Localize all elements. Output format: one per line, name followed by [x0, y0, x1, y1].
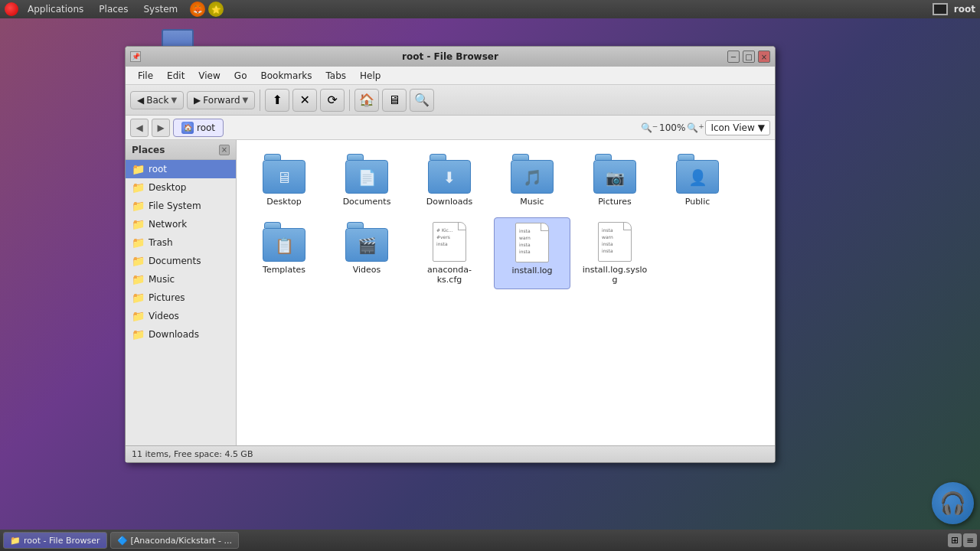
- zoom-out-btn[interactable]: 🔍−: [642, 121, 656, 135]
- sidebar-item-icon-music: 📁: [132, 273, 144, 285]
- title-bar: 📌 root - File Browser − □ ×: [126, 47, 775, 67]
- path-label: root: [197, 122, 215, 133]
- file-label-documents: Documents: [343, 197, 391, 207]
- file-item-documents[interactable]: 📄Documents: [328, 149, 405, 211]
- home-button[interactable]: 🏠: [354, 89, 379, 112]
- file-label-anaconda-ks: anaconda-ks.cfg: [415, 265, 484, 285]
- stop-icon: ✕: [300, 93, 310, 107]
- folder-icon-templates: 📋: [263, 222, 305, 262]
- folder-icon-music: 🎵: [511, 154, 554, 194]
- file-item-downloads[interactable]: ⬇Downloads: [411, 149, 488, 211]
- toolbar-sep-1: [260, 90, 260, 111]
- sidebar-item-label-trash: Trash: [149, 237, 173, 248]
- sidebar-item-icon-pictures: 📁: [132, 292, 144, 304]
- search-button[interactable]: 🔍: [410, 89, 434, 112]
- folder-icon-videos: 🎬: [345, 222, 388, 262]
- menu-bookmarks[interactable]: Bookmarks: [254, 69, 318, 83]
- menu-view[interactable]: View: [192, 69, 226, 83]
- taskbar-view-icons: ⊞ ≡: [948, 533, 977, 547]
- file-item-install-log-syslog[interactable]: instawarninstainstainstall.log.syslog: [577, 217, 653, 289]
- file-item-anaconda-ks[interactable]: # Kic...#versinstaanaconda-ks.cfg: [411, 217, 488, 289]
- file-item-templates[interactable]: 📋Templates: [246, 217, 322, 289]
- loc-forward-btn[interactable]: ▶: [152, 119, 170, 137]
- toolbar: ◀ Back ▼ ▶ Forward ▼ ⬆ ✕ ⟳ 🏠 🖥 🔍: [126, 85, 775, 116]
- back-dropdown-icon[interactable]: ▼: [171, 96, 177, 104]
- taskbar-grid-icon[interactable]: ⊞: [948, 533, 962, 547]
- view-selector[interactable]: Icon View ▼: [705, 120, 770, 135]
- forward-arrow-icon: ▶: [194, 95, 201, 106]
- loc-back-btn[interactable]: ◀: [130, 119, 149, 137]
- menu-tabs[interactable]: Tabs: [320, 69, 353, 83]
- stop-button[interactable]: ✕: [292, 89, 317, 112]
- file-label-install-log-syslog: install.log.syslog: [580, 265, 649, 285]
- status-bar: 11 items, Free space: 4.5 GB: [126, 445, 775, 462]
- firefox-icon[interactable]: 🦊: [190, 2, 205, 17]
- menu-help[interactable]: Help: [354, 69, 387, 83]
- path-button[interactable]: 🏠 root: [173, 119, 224, 137]
- sidebar-item-label-pictures: Pictures: [149, 292, 185, 303]
- reload-icon: ⟳: [328, 93, 338, 107]
- computer-button[interactable]: 🖥: [382, 89, 407, 112]
- sidebar-item-music[interactable]: 📁Music: [126, 270, 236, 289]
- headphone-widget[interactable]: 🎧: [932, 482, 974, 524]
- star-icon[interactable]: ⭐: [208, 2, 224, 17]
- window-pin[interactable]: 📌: [130, 51, 141, 62]
- sidebar-item-desktop[interactable]: 📁Desktop: [126, 178, 236, 197]
- file-label-public: Public: [685, 197, 710, 207]
- reload-button[interactable]: ⟳: [320, 89, 345, 112]
- file-item-videos[interactable]: 🎬Videos: [328, 217, 405, 289]
- sidebar-item-pictures[interactable]: 📁Pictures: [126, 289, 236, 307]
- applications-menu[interactable]: Applications: [21, 2, 90, 16]
- close-button[interactable]: ×: [758, 51, 770, 63]
- sidebar-item-label-root: root: [149, 164, 167, 174]
- minimize-button[interactable]: −: [727, 51, 740, 63]
- sidebar-header-label: Places: [132, 145, 165, 155]
- taskbar-filebrowser-btn[interactable]: 📁 root - File Browser: [3, 532, 107, 549]
- taskbar-anaconda-btn[interactable]: 🔷 [Anaconda/Kickstart - ...: [110, 532, 239, 549]
- taskbar-anaconda-icon: 🔷: [117, 535, 128, 546]
- file-icon-anaconda-ks: # Kic...#versinsta: [428, 222, 471, 262]
- file-item-public[interactable]: 👤Public: [659, 149, 736, 211]
- location-bar: ◀ ▶ 🏠 root 🔍− 100% 🔍+ Icon View ▼: [126, 116, 775, 140]
- file-label-pictures: Pictures: [598, 197, 632, 207]
- sidebar-item-filesystem[interactable]: 📁File System: [126, 197, 236, 215]
- sidebar-item-videos[interactable]: 📁Videos: [126, 307, 236, 325]
- taskbar: 📁 root - File Browser 🔷 [Anaconda/Kickst…: [0, 530, 980, 551]
- taskbar-list-icon[interactable]: ≡: [963, 533, 977, 547]
- sidebar-item-network[interactable]: 📁Network: [126, 215, 236, 233]
- folder-icon-public: 👤: [676, 154, 719, 194]
- sidebar-item-icon-root: 📁: [132, 163, 144, 175]
- menu-file[interactable]: File: [132, 69, 159, 83]
- menu-edit[interactable]: Edit: [161, 69, 191, 83]
- file-item-pictures[interactable]: 📷Pictures: [577, 149, 653, 211]
- places-menu[interactable]: Places: [93, 2, 134, 16]
- file-item-music[interactable]: 🎵Music: [494, 149, 570, 211]
- forward-dropdown-icon[interactable]: ▼: [243, 96, 249, 104]
- zoom-controls: 🔍− 100% 🔍+ Icon View ▼: [642, 120, 770, 135]
- up-button[interactable]: ⬆: [265, 89, 289, 112]
- back-button[interactable]: ◀ Back ▼: [130, 91, 184, 109]
- file-label-videos: Videos: [353, 265, 381, 275]
- back-label: Back: [146, 95, 168, 106]
- menu-go[interactable]: Go: [228, 69, 253, 83]
- view-dropdown-icon: ▼: [758, 122, 765, 133]
- computer-icon: 🖥: [388, 93, 400, 107]
- window-menubar: File Edit View Go Bookmarks Tabs Help: [126, 67, 775, 85]
- sidebar-item-documents[interactable]: 📁Documents: [126, 252, 236, 270]
- taskbar-right: ⊞ ≡: [948, 533, 977, 547]
- maximize-button[interactable]: □: [743, 51, 755, 63]
- zoom-in-btn[interactable]: 🔍+: [688, 121, 702, 135]
- folder-icon-downloads: ⬇: [428, 154, 471, 194]
- sidebar-item-root[interactable]: 📁root: [126, 160, 236, 178]
- sidebar-header: Places ×: [126, 140, 236, 160]
- file-item-desktop[interactable]: 🖥Desktop: [246, 149, 322, 211]
- system-menu[interactable]: System: [137, 2, 184, 16]
- menubar-icons: 🦊 ⭐: [190, 2, 224, 17]
- file-item-install-log[interactable]: instawarninstainstainstall.log: [494, 217, 570, 289]
- sidebar-item-label-music: Music: [149, 274, 175, 285]
- back-arrow-icon: ◀: [137, 95, 144, 106]
- forward-button[interactable]: ▶ Forward ▼: [187, 91, 255, 109]
- sidebar-close-btn[interactable]: ×: [219, 145, 230, 155]
- sidebar-item-trash[interactable]: 📁Trash: [126, 233, 236, 252]
- sidebar-item-downloads[interactable]: 📁Downloads: [126, 325, 236, 344]
